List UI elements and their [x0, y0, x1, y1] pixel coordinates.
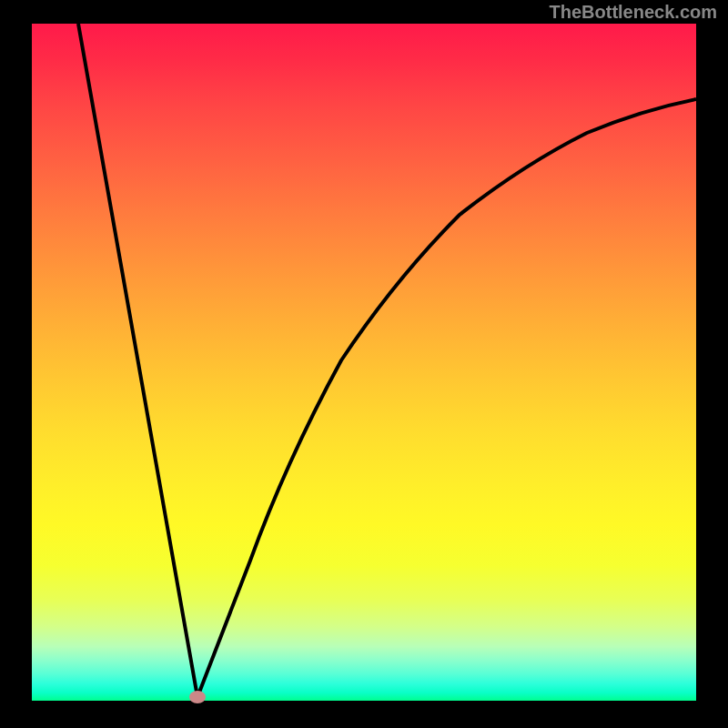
bottleneck-curve [78, 24, 696, 697]
chart-container: TheBottleneck.com [0, 0, 728, 728]
watermark-text: TheBottleneck.com [550, 2, 717, 23]
plot-area [32, 24, 696, 701]
minimum-point-marker [189, 691, 206, 703]
curve-svg [32, 24, 696, 701]
